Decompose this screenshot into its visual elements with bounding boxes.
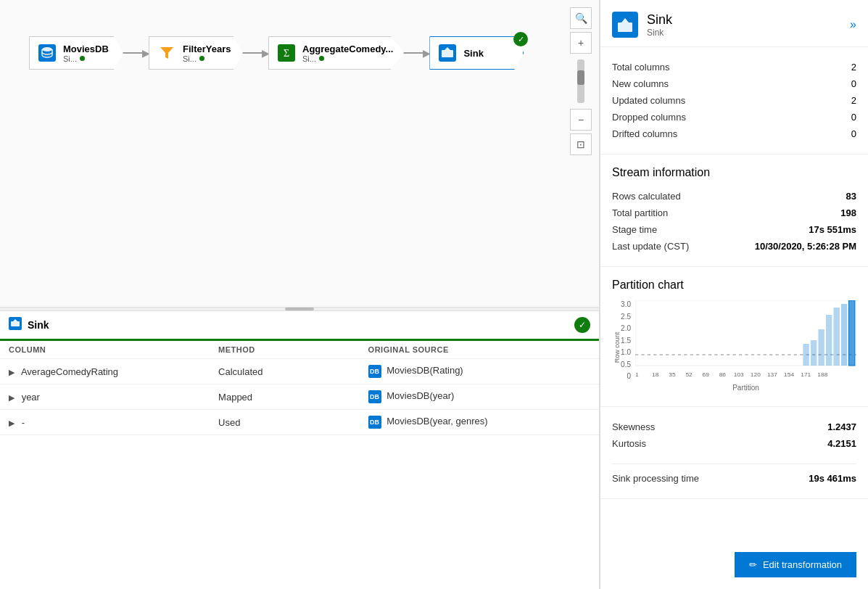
stream-label-last-update: Last update (CST) xyxy=(612,241,689,252)
main-container: MoviesDB Si... ▶ xyxy=(0,0,868,589)
table-row: ▶ - Used DB MoviesDB(year, genres) xyxy=(0,410,599,435)
table-header-status: ✓ xyxy=(574,317,590,333)
svg-rect-16 xyxy=(833,308,839,366)
data-table: COLUMN METHOD ORIGINAL SOURCE ▶ AverageC… xyxy=(0,341,599,435)
stream-value-last-update: 10/30/2020, 5:26:28 PM xyxy=(755,241,856,252)
value-skewness: 1.2437 xyxy=(827,421,856,432)
node-filteryears[interactable]: FilterYears Si... xyxy=(149,36,243,70)
svg-text:154: 154 xyxy=(784,371,794,378)
stat-dropped-columns: Dropped columns 0 xyxy=(612,109,856,125)
sink-icon xyxy=(437,43,458,63)
cell-method-0: Calculated xyxy=(210,359,360,384)
table-row: ▶ AverageComedyRating Calculated DB Movi… xyxy=(0,359,599,384)
node-subtitle-filteryears: Si... xyxy=(183,54,231,63)
svg-rect-14 xyxy=(818,329,824,366)
node-box-moviesdb[interactable]: MoviesDB Si... xyxy=(29,36,123,70)
node-moviesdb[interactable]: MoviesDB Si... xyxy=(29,36,123,70)
stat-value-new-columns: 0 xyxy=(851,78,856,89)
node-subtitle-moviesdb: Si... xyxy=(63,54,109,63)
svg-text:35: 35 xyxy=(669,371,676,378)
table-title: Sink xyxy=(28,319,49,331)
expand-panel-button[interactable]: » xyxy=(850,18,856,31)
right-header-icon xyxy=(612,12,638,38)
col-header-method: METHOD xyxy=(210,341,360,359)
y-label-05: 0.5 xyxy=(621,361,631,368)
node-dot-aggregate xyxy=(319,56,324,61)
svg-marker-2 xyxy=(160,47,173,59)
stream-stat-total-partition: Total partition 198 xyxy=(612,205,856,221)
svg-rect-19 xyxy=(848,300,854,366)
search-button[interactable]: 🔍 xyxy=(570,7,592,29)
node-sink[interactable]: Sink ✓ xyxy=(429,36,524,70)
fit-button[interactable]: ⊡ xyxy=(570,133,592,155)
cell-method-1: Mapped xyxy=(210,384,360,410)
sigma-icon: Σ xyxy=(276,43,297,63)
node-box-sink[interactable]: Sink xyxy=(429,36,524,70)
stream-label-rows-calculated: Rows calculated xyxy=(612,191,681,202)
svg-text:52: 52 xyxy=(685,371,693,378)
svg-rect-6 xyxy=(442,50,453,57)
svg-text:188: 188 xyxy=(817,371,827,378)
label-sink-processing-time: Sink processing time xyxy=(612,473,699,484)
node-info-sink: Sink xyxy=(463,48,483,59)
left-panel: MoviesDB Si... ▶ xyxy=(0,0,600,589)
svg-text:1: 1 xyxy=(635,371,639,378)
edit-button-container: ✏ Edit transformation xyxy=(600,540,868,589)
stats-section: Total columns 2 New columns 0 Updated co… xyxy=(600,47,868,155)
db-icon xyxy=(37,43,57,63)
check-icon: ✓ xyxy=(518,35,524,44)
stat-value-updated-columns: 2 xyxy=(851,95,856,106)
y-label-25: 2.5 xyxy=(621,313,631,321)
svg-rect-0 xyxy=(38,44,56,62)
source-db-icon-1: DB xyxy=(368,390,381,403)
stream-label-stage-time: Stage time xyxy=(612,224,657,235)
table-body: ▶ AverageComedyRating Calculated DB Movi… xyxy=(0,359,599,435)
arrow-1: ▶ xyxy=(122,47,150,59)
col-header-column: COLUMN xyxy=(0,341,210,359)
stream-section-title: Stream information xyxy=(612,166,856,179)
cell-column-2: ▶ - xyxy=(0,410,210,435)
svg-text:18: 18 xyxy=(652,371,659,378)
node-dot-moviesdb xyxy=(80,56,85,61)
stat-label-total-columns: Total columns xyxy=(612,62,669,73)
pipeline: MoviesDB Si... ▶ xyxy=(15,15,584,91)
y-label-15: 1.5 xyxy=(621,337,631,345)
stat-new-columns: New columns 0 xyxy=(612,75,856,92)
expand-icon-0[interactable]: ▶ xyxy=(9,368,15,376)
stat-updated-columns: Updated columns 2 xyxy=(612,92,856,109)
stat-label-updated-columns: Updated columns xyxy=(612,95,685,106)
node-title-filteryears: FilterYears xyxy=(183,44,231,54)
zoom-out-button[interactable]: − xyxy=(570,109,592,131)
table-head: COLUMN METHOD ORIGINAL SOURCE xyxy=(0,341,599,359)
node-info-moviesdb: MoviesDB Si... xyxy=(63,44,109,63)
zoom-in-button[interactable]: + xyxy=(570,32,592,54)
bottom-stats: Skewness 1.2437 Kurtosis 4.2151 Sink pro… xyxy=(600,407,868,499)
node-aggregate[interactable]: Σ AggregateComedy... Si... xyxy=(268,36,404,70)
stat-sink-processing-time: Sink processing time 19s 461ms xyxy=(612,464,856,487)
node-title-sink: Sink xyxy=(463,48,483,59)
node-info-aggregate: AggregateComedy... Si... xyxy=(302,44,393,63)
svg-rect-8 xyxy=(11,321,20,326)
node-title-aggregate: AggregateComedy... xyxy=(302,44,393,54)
right-header: Sink Sink » xyxy=(600,0,868,47)
node-box-aggregate[interactable]: Σ AggregateComedy... Si... xyxy=(268,36,404,70)
svg-text:86: 86 xyxy=(719,371,727,378)
stream-stat-stage-time: Stage time 17s 551ms xyxy=(612,221,856,238)
stat-total-columns: Total columns 2 xyxy=(612,59,856,75)
svg-text:137: 137 xyxy=(767,371,777,378)
expand-icon-2[interactable]: ▶ xyxy=(9,419,15,427)
svg-rect-12 xyxy=(803,344,809,366)
value-kurtosis: 4.2151 xyxy=(827,438,856,449)
cell-column-0: ▶ AverageComedyRating xyxy=(0,359,210,384)
stat-label-dropped-columns: Dropped columns xyxy=(612,112,686,123)
y-label-20: 2.0 xyxy=(621,324,631,332)
table-panel: Sink ✓ COLUMN METHOD ORIGINAL SOURCE xyxy=(0,311,599,589)
node-box-filteryears[interactable]: FilterYears Si... xyxy=(149,36,243,70)
y-label-30: 3.0 xyxy=(621,300,631,308)
y-axis-title: Row count xyxy=(613,332,621,363)
right-header-title: Sink xyxy=(647,12,850,28)
edit-transformation-button[interactable]: ✏ Edit transformation xyxy=(735,552,856,577)
col-header-source: ORIGINAL SOURCE xyxy=(360,341,599,359)
expand-icon-1[interactable]: ▶ xyxy=(9,393,15,402)
stat-label-drifted-columns: Drifted columns xyxy=(612,128,677,139)
